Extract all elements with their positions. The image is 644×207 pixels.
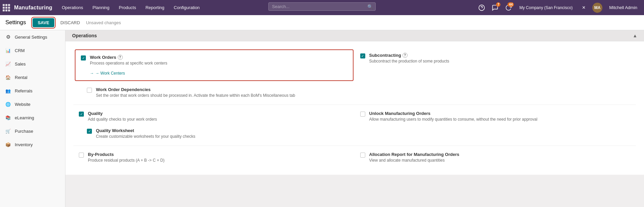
quality-label: Quality [88,111,157,116]
work-orders-desc: Process operations at specific work cent… [90,60,167,66]
work-order-dependencies-label: Work Order Dependencies [96,87,295,92]
arrow-icon: → [90,71,94,76]
by-products-label: By-Products [88,152,164,157]
sidebar-label-sales: Sales [15,61,26,67]
quality-checkbox[interactable]: ✓ [79,112,84,117]
avatar-initials: MA [594,5,601,10]
quality-worksheet-checkbox[interactable]: ✓ [87,129,92,134]
by-products-setting: By-Products Produce residual products (A… [73,147,355,168]
app-name: Manufacturing [14,5,52,11]
content-area: Operations ▲ ✓ Work Orders ? Process ope… [65,30,644,207]
by-products-content: By-Products Produce residual products (A… [88,152,164,163]
close-icon-btn[interactable]: ✕ [578,4,590,11]
work-order-dependencies-checkbox[interactable] [87,88,92,93]
unlock-mfg-orders-setting: Unlock Manufacturing Orders Allow manufa… [355,106,636,144]
search-bar-container: 🔍 [268,2,376,11]
sidebar-item-website[interactable]: 🌐 Website [0,97,65,111]
nav-item-reporting[interactable]: Reporting [142,4,168,11]
sidebar-item-inventory[interactable]: 📦 Inventory [0,138,65,151]
allocation-report-checkbox[interactable] [360,153,365,158]
work-order-dependencies-setting: Work Order Dependencies Set the order th… [73,82,355,103]
operations-title: Operations [72,33,97,38]
unsaved-changes-label: Unsaved changes [86,20,121,25]
sidebar-label-elearning: eLearning [15,115,34,120]
nav-item-planning[interactable]: Planning [89,4,114,11]
quality-desc: Add quality checks to your work orders [88,117,157,122]
app-grid-icon[interactable] [3,4,10,11]
sidebar-item-general-settings[interactable]: ⚙ General Settings [0,30,65,44]
work-orders-content: Work Orders ? Process operations at spec… [90,55,167,76]
updates-badge: 44 [507,2,514,7]
work-orders-checkbox[interactable]: ✓ [81,55,86,60]
nav-item-operations[interactable]: Operations [58,4,87,11]
elearning-icon: 📚 [5,114,11,121]
operations-section-header: Operations ▲ [65,30,644,41]
allocation-report-label: Allocation Report for Manufacturing Orde… [369,152,460,157]
by-products-desc: Produce residual products (A + B -> C + … [88,158,164,163]
updates-icon-btn[interactable]: 44 [503,2,514,13]
work-order-dependencies-desc: Set the order that work orders should be… [96,93,295,98]
unlock-mfg-orders-content: Unlock Manufacturing Orders Allow manufa… [369,111,538,122]
sidebar-label-inventory: Inventory [15,142,33,147]
crm-icon: 📊 [5,47,11,54]
page-header: Settings SAVE DISCARD Unsaved changes [0,15,644,30]
quality-worksheet-setting: ✓ Quality Worksheet Create customizable … [73,127,355,144]
subcontracting-help-icon[interactable]: ? [402,53,408,58]
section-collapse-icon[interactable]: ▲ [633,33,637,38]
operations-section-content: ✓ Work Orders ? Process operations at sp… [65,41,644,175]
subcontracting-desc: Subcontract the production of some produ… [369,58,449,64]
sidebar-item-purchase[interactable]: 🛒 Purchase [0,124,65,138]
save-button[interactable]: SAVE [33,18,54,27]
chat-badge: 7 [496,2,501,7]
allocation-report-setting: Allocation Report for Manufacturing Orde… [355,147,636,168]
purchase-icon: 🛒 [5,128,11,134]
search-icon: 🔍 [367,4,373,9]
user-name[interactable]: Mitchell Admin [605,4,641,11]
nav-item-products[interactable]: Products [115,4,140,11]
rental-icon: 🏠 [5,74,11,81]
quality-worksheet-label: Quality Worksheet [96,128,195,133]
sidebar-item-crm[interactable]: 📊 CRM [0,44,65,57]
sidebar-label-general-settings: General Settings [15,35,47,40]
sidebar-label-website: Website [15,102,31,107]
allocation-report-desc: View and allocate manufactured quantitie… [369,158,460,163]
support-icon-btn[interactable] [476,2,487,13]
work-orders-help-icon[interactable]: ? [118,55,123,60]
sidebar-label-crm: CRM [15,48,25,53]
avatar[interactable]: MA [592,3,602,13]
sidebar-label-referrals: Referrals [15,88,33,93]
quality-worksheet-content: Quality Worksheet Create customizable wo… [96,128,195,139]
inventory-icon: 📦 [5,141,11,148]
company-name: My Company (San Francisco) [517,5,575,10]
subcontracting-setting: ✓ Subcontracting ? Subcontract the produ… [355,48,636,82]
sidebar-item-rental[interactable]: 🏠 Rental [0,71,65,84]
work-centers-link[interactable]: → → Work Centers [90,71,125,76]
main-layout: ⚙ General Settings 📊 CRM 📈 Sales 🏠 Renta… [0,30,644,207]
quality-setting: ✓ Quality Add quality checks to your wor… [73,106,355,127]
nav-item-configuration[interactable]: Configuration [170,4,204,11]
sidebar-item-elearning[interactable]: 📚 eLearning [0,111,65,124]
search-input[interactable] [268,2,376,11]
unlock-mfg-orders-checkbox[interactable] [360,112,365,117]
work-orders-label: Work Orders ? [90,55,167,60]
quality-section: ✓ Quality Add quality checks to your wor… [73,106,355,144]
top-navigation: Manufacturing Operations Planning Produc… [0,0,644,15]
by-products-checkbox[interactable] [79,153,84,158]
subcontracting-checkbox[interactable]: ✓ [360,53,365,58]
work-order-dependencies-content: Work Order Dependencies Set the order th… [96,87,295,98]
page-title: Settings [5,19,26,26]
subcontracting-content: Subcontracting ? Subcontract the product… [369,53,449,64]
unlock-mfg-orders-desc: Allow manufacturing users to modify quan… [369,117,538,122]
subcontracting-label: Subcontracting ? [369,53,449,58]
sidebar-item-sales[interactable]: 📈 Sales [0,57,65,71]
website-icon: 🌐 [5,101,11,108]
chat-icon-btn[interactable]: 7 [490,2,500,13]
quality-content: Quality Add quality checks to your work … [88,111,157,122]
sidebar-label-purchase: Purchase [15,129,33,134]
sidebar-item-referrals[interactable]: 👥 Referrals [0,84,65,97]
general-settings-icon: ⚙ [5,34,11,40]
discard-button[interactable]: DISCARD [57,18,84,27]
allocation-report-content: Allocation Report for Manufacturing Orde… [369,152,460,163]
quality-worksheet-desc: Create customizable worksheets for your … [96,134,195,139]
work-orders-setting: ✓ Work Orders ? Process operations at sp… [75,49,354,81]
